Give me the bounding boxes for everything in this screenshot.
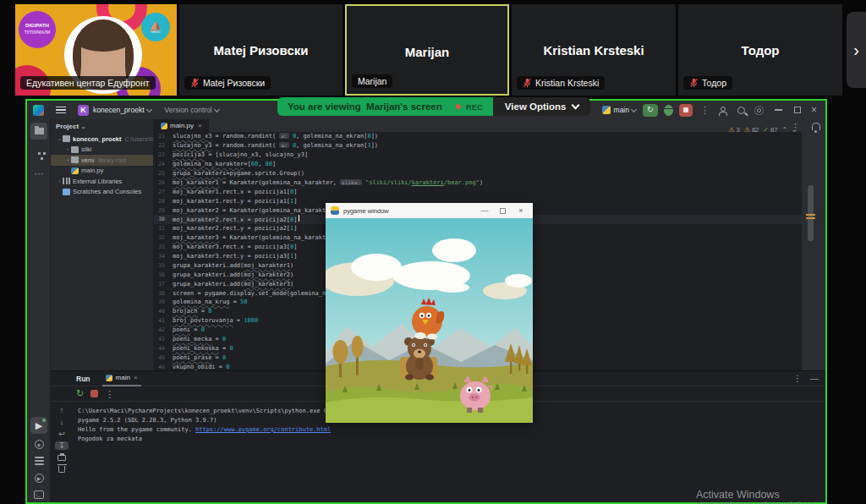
maximize-icon[interactable]	[500, 208, 506, 214]
muted-mic-icon	[689, 78, 699, 88]
bear-sprite	[404, 337, 435, 381]
screen: DIGIPATH ТУТОРИАЛИ ⛵ Едукативен центар Е…	[0, 0, 866, 504]
search-icon[interactable]	[737, 107, 745, 114]
editor-tab-bar: main.py ×	[154, 119, 802, 132]
stop-icon[interactable]	[90, 390, 98, 397]
participant-name-badge: Marijan	[352, 74, 392, 88]
view-options-button[interactable]: View Options	[493, 97, 591, 116]
tree-item-scratches-and-consoles[interactable]: Scratches and Consoles	[51, 187, 153, 198]
close-tab-icon[interactable]: ×	[134, 374, 138, 381]
participant-name-badge: Едукативен центар Едуфронт	[20, 76, 156, 90]
structure-tool-icon[interactable]	[30, 145, 47, 162]
python-icon	[161, 123, 167, 129]
tree-item-main-py[interactable]: main.py	[51, 166, 153, 177]
soft-wrap-icon[interactable]: ↩	[58, 430, 65, 438]
run-panel-title[interactable]: Run	[76, 375, 90, 383]
up-stacktrace-icon[interactable]: ↑	[60, 406, 64, 414]
project-panel-title[interactable]: Project ⌄	[51, 119, 153, 134]
rerun-button[interactable]: ↻	[643, 104, 658, 117]
run-config-selector[interactable]: main	[614, 106, 629, 114]
muted-mic-icon	[523, 78, 532, 88]
python-console-icon[interactable]: ▶	[30, 469, 47, 486]
close-tab-icon[interactable]: ×	[198, 122, 202, 129]
code-line[interactable]: 22slucajno_y3 = random.randint( a: 0, go…	[154, 141, 802, 151]
warning-icon: ⚠	[728, 126, 734, 134]
game-canvas[interactable]	[326, 218, 533, 423]
minimize-icon[interactable]: —	[478, 206, 491, 215]
run-tool-icon[interactable]: ▶	[30, 417, 47, 434]
settings-gear-icon[interactable]	[754, 106, 764, 115]
next-participants-button[interactable]: ›	[847, 12, 866, 88]
close-icon[interactable]: ×	[811, 107, 817, 113]
pygame-titlebar[interactable]: pygame window — ×	[326, 203, 533, 218]
tree-item-sliki[interactable]: ›sliki	[51, 145, 153, 156]
console-gutter: ↑ ↓ ↩ ↧	[51, 403, 73, 502]
run-options-icon[interactable]: ⋮	[793, 374, 802, 383]
tree-item-external-libraries[interactable]: ›External Libraries	[51, 176, 153, 187]
project-tree: ⌄konecen_proektC:\Users\Mac›sliki›venvli…	[51, 134, 153, 197]
game-scene	[326, 218, 533, 423]
python-icon	[71, 167, 79, 174]
code-line[interactable]: 21slucajno_x3 = random.randint( a: 0, go…	[154, 132, 802, 141]
code-line[interactable]: 25grupa_karakteri=pygame.sprite.Group()	[154, 169, 802, 178]
more-icon[interactable]: ⋮	[105, 390, 114, 398]
debug-button[interactable]	[664, 105, 673, 116]
code-with-me-icon[interactable]	[719, 107, 726, 114]
stop-button[interactable]	[679, 104, 693, 117]
print-icon[interactable]	[58, 455, 66, 461]
terminal-tool-icon[interactable]: ›_	[30, 486, 47, 503]
hide-panel-icon[interactable]: —	[810, 374, 819, 383]
video-tile-marijan[interactable]: Marijan Marijan	[345, 4, 509, 96]
folder-icon	[71, 146, 79, 153]
activate-windows-watermark: Activate Windows	[696, 489, 780, 501]
video-tile-todor[interactable]: Тодор Тодор	[678, 4, 842, 96]
maximize-icon[interactable]	[794, 107, 801, 113]
lib-icon	[63, 178, 70, 184]
scroll-to-end-icon[interactable]: ↧	[55, 441, 69, 450]
clear-console-icon[interactable]	[58, 466, 65, 473]
code-line[interactable]: 24golemina_na_karakter=[60, 80]	[154, 160, 802, 169]
video-tile-matej[interactable]: Matej Ризовски Matej Ризовски	[179, 4, 343, 96]
screen-share-banner: You are viewing Marijan's screen REC Vie…	[277, 97, 590, 116]
vcs-tool-icon[interactable]: ◈	[30, 436, 47, 452]
participant-name-badge: Kristian Krsteski	[517, 76, 605, 90]
python-icon	[106, 375, 112, 381]
main-menu-icon[interactable]	[56, 107, 66, 113]
project-tool-icon[interactable]	[30, 123, 47, 140]
tree-item-konecen-proekt[interactable]: ⌄konecen_proektC:\Users\Mac	[51, 134, 153, 145]
video-tile-kristian[interactable]: Kristian Krsteski Kristian Krsteski	[512, 4, 676, 96]
chevron-down-icon	[214, 106, 220, 112]
services-tool-icon[interactable]	[30, 452, 47, 469]
folder-icon	[71, 156, 79, 163]
rerun-icon[interactable]: ↻	[76, 389, 84, 398]
editor-scrollbar[interactable]	[808, 185, 814, 241]
vcs-selector[interactable]: Version control	[165, 106, 212, 114]
tab-main-py[interactable]: main.py ×	[154, 119, 209, 132]
code-line[interactable]: 26moj_karakter1 = Karakter(golemina_na_k…	[154, 178, 802, 187]
run-tab-main[interactable]: main ×	[102, 371, 141, 386]
console-line: Hello from the pygame community. https:/…	[78, 425, 820, 435]
edufront-logo: ⛵	[141, 13, 170, 41]
inspections-widget[interactable]: ⚠ 3 ⚠ 62 ✓ 87 ⌃ ⌄	[728, 126, 797, 134]
scrollbar-warning-mark	[806, 217, 815, 219]
tree-item-venv[interactable]: ›venvlibrary root	[51, 155, 153, 166]
check-icon: ✓	[763, 126, 769, 134]
pygame-window[interactable]: pygame window — ×	[326, 203, 533, 423]
python-icon	[602, 106, 611, 114]
minimize-icon[interactable]	[775, 109, 782, 111]
recording-dot-icon	[456, 104, 461, 109]
project-selector[interactable]: konecen_proekt	[93, 106, 145, 114]
down-stacktrace-icon[interactable]: ↓	[60, 418, 64, 426]
video-tile-edufront[interactable]: DIGIPATH ТУТОРИАЛИ ⛵ Едукативен центар Е…	[15, 4, 177, 96]
prev-problem-icon[interactable]: ⌃	[781, 126, 787, 134]
more-actions-icon[interactable]: ⋮	[700, 106, 710, 114]
participant-name: Тодор	[678, 43, 842, 58]
more-tools-icon[interactable]: ⋯	[30, 165, 47, 182]
pygame-window-title: pygame window	[343, 207, 474, 215]
close-icon[interactable]: ×	[514, 206, 528, 215]
pycharm-logo	[33, 105, 44, 116]
notifications-bell-icon[interactable]	[812, 123, 820, 130]
next-problem-icon[interactable]: ⌄	[792, 126, 797, 134]
code-line[interactable]: 23pozicija3 = [slucajno_x3, slucajno_y3]	[154, 151, 802, 160]
code-line[interactable]: 27moj_karakter1.rect.x = pozicija1[0]	[154, 187, 802, 196]
